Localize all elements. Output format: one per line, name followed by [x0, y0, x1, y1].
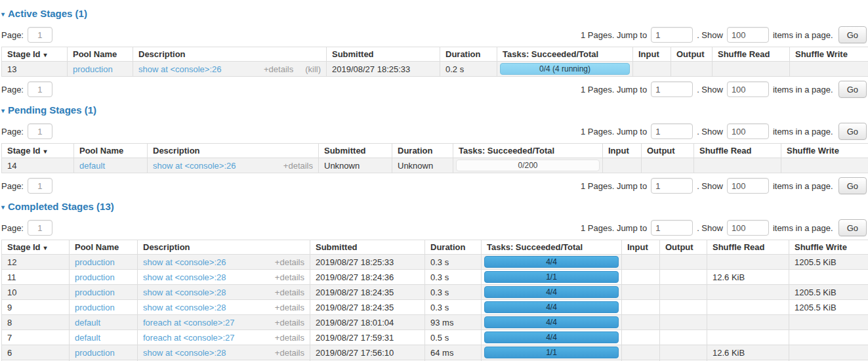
collapse-arrow-icon: ▾ — [1, 203, 5, 211]
column-header-shuffle-read[interactable]: Shuffle Read — [713, 47, 790, 62]
description-link[interactable]: foreach at <console>:27 — [143, 333, 235, 343]
page-number-input[interactable] — [28, 178, 52, 194]
items-per-page-input[interactable] — [727, 27, 769, 43]
description-link[interactable]: foreach at <console>:27 — [143, 318, 235, 328]
column-header-shuffle-write[interactable]: Shuffle Write — [789, 240, 868, 255]
column-header-duration[interactable]: Duration — [392, 144, 453, 158]
go-button[interactable]: Go — [838, 123, 867, 140]
column-header-stage-id[interactable]: Stage Id▾ — [2, 47, 68, 62]
column-header-pool-name[interactable]: Pool Name — [74, 144, 148, 158]
column-header-pool-name[interactable]: Pool Name — [68, 47, 133, 62]
input-cell — [622, 345, 660, 360]
description-link[interactable]: show at <console>:28 — [143, 272, 226, 282]
column-header-input[interactable]: Input — [603, 144, 642, 158]
column-header-shuffle-write[interactable]: Shuffle Write — [781, 144, 868, 158]
page-number-input[interactable] — [28, 27, 52, 43]
tasks-cell: 1/1 — [482, 270, 622, 285]
column-header-tasks-succeeded-total[interactable]: Tasks: Succeeded/Total — [453, 144, 603, 158]
description-link[interactable]: show at <console>:28 — [143, 348, 226, 358]
input-cell — [603, 158, 642, 173]
pool-name-link[interactable]: production — [75, 272, 115, 282]
column-header-description[interactable]: Description — [148, 144, 319, 158]
go-button[interactable]: Go — [838, 177, 867, 194]
description-link[interactable]: show at <console>:26 — [143, 257, 226, 267]
column-header-description[interactable]: Description — [133, 47, 327, 62]
pool-name-link[interactable]: production — [75, 287, 115, 297]
column-header-input[interactable]: Input — [622, 240, 660, 255]
description-cell: show at <console>:28+details — [138, 285, 310, 300]
stage-row: 8defaultforeach at <console>:27+details2… — [2, 315, 868, 330]
section-header-pending-stages[interactable]: ▾Pending Stages (1) — [1, 104, 867, 116]
section-header-completed-stages[interactable]: ▾Completed Stages (13) — [1, 201, 867, 212]
jump-to-page-input[interactable] — [651, 123, 693, 139]
items-per-page-input[interactable] — [727, 220, 769, 236]
items-per-page-input[interactable] — [727, 123, 769, 139]
column-header-duration[interactable]: Duration — [440, 47, 497, 62]
description-link[interactable]: show at <console>:28 — [143, 303, 226, 312]
details-link[interactable]: +details — [275, 348, 304, 358]
description-link[interactable]: show at <console>:26 — [153, 161, 236, 171]
page-number-input[interactable] — [28, 81, 52, 97]
output-cell — [660, 300, 707, 315]
details-link[interactable]: +details — [275, 303, 304, 312]
page-number-input[interactable] — [28, 220, 52, 236]
column-header-submitted[interactable]: Submitted — [327, 47, 440, 62]
column-header-tasks-succeeded-total[interactable]: Tasks: Succeeded/Total — [482, 240, 622, 255]
column-header-description[interactable]: Description — [138, 240, 310, 255]
pool-name-link[interactable]: default — [79, 161, 105, 171]
column-header-output[interactable]: Output — [671, 47, 713, 62]
go-button[interactable]: Go — [838, 81, 867, 98]
jump-to-page-input[interactable] — [651, 27, 693, 43]
column-header-submitted[interactable]: Submitted — [319, 144, 392, 158]
pool-name-link[interactable]: default — [75, 318, 100, 328]
description-link[interactable]: show at <console>:28 — [143, 287, 226, 297]
shuffle-write-cell — [789, 330, 868, 345]
pool-name-link[interactable]: production — [75, 257, 115, 267]
column-header-stage-id[interactable]: Stage Id▾ — [2, 240, 70, 255]
items-suffix: items in a page. — [773, 85, 833, 95]
description-link[interactable]: show at <console>:26 — [138, 64, 221, 74]
progress-label: 1/1 — [546, 349, 557, 356]
column-header-shuffle-read[interactable]: Shuffle Read — [694, 144, 781, 158]
column-header-tasks-succeeded-total[interactable]: Tasks: Succeeded/Total — [497, 47, 633, 62]
column-header-shuffle-read[interactable]: Shuffle Read — [707, 240, 789, 255]
pool-name-link[interactable]: default — [75, 333, 100, 343]
jump-to-page-input[interactable] — [651, 178, 693, 194]
details-link[interactable]: +details — [264, 64, 293, 74]
tasks-cell: 1/1 — [482, 345, 622, 360]
items-per-page-input[interactable] — [727, 178, 769, 194]
table-header-row: Stage Id▾Pool NameDescriptionSubmittedDu… — [2, 240, 868, 255]
column-header-pool-name[interactable]: Pool Name — [70, 240, 138, 255]
column-header-shuffle-write[interactable]: Shuffle Write — [790, 47, 868, 62]
items-per-page-input[interactable] — [727, 81, 769, 97]
column-header-duration[interactable]: Duration — [425, 240, 482, 255]
jump-to-page-input[interactable] — [651, 81, 693, 97]
description-actions: +details(kill) — [264, 64, 321, 74]
details-link[interactable]: +details — [275, 257, 304, 267]
column-header-input[interactable]: Input — [633, 47, 671, 62]
pool-name-link[interactable]: production — [75, 303, 115, 312]
column-header-output[interactable]: Output — [642, 144, 694, 158]
kill-link[interactable]: (kill) — [305, 64, 321, 74]
details-link[interactable]: +details — [275, 333, 304, 343]
section-header-active-stages[interactable]: ▾Active Stages (1) — [1, 8, 867, 19]
pool-name-link[interactable]: production — [75, 348, 115, 358]
go-button[interactable]: Go — [838, 219, 867, 236]
stage-id-cell: 14 — [2, 158, 74, 173]
details-link[interactable]: +details — [283, 161, 313, 171]
column-header-submitted[interactable]: Submitted — [310, 240, 425, 255]
description-wrap: show at <console>:28+details — [143, 348, 304, 358]
column-header-stage-id[interactable]: Stage Id▾ — [2, 144, 74, 158]
jump-to-page-input[interactable] — [651, 220, 693, 236]
shuffle-write-cell — [781, 158, 868, 173]
details-link[interactable]: +details — [275, 287, 304, 297]
details-link[interactable]: +details — [275, 318, 304, 328]
tasks-cell: 0/200 — [453, 158, 603, 173]
tasks-progress-bar: 1/1 — [484, 347, 619, 358]
pool-name-link[interactable]: production — [73, 64, 113, 74]
description-wrap: show at <console>:26+details(kill) — [138, 64, 321, 74]
details-link[interactable]: +details — [275, 272, 304, 282]
column-header-output[interactable]: Output — [660, 240, 707, 255]
go-button[interactable]: Go — [838, 26, 867, 43]
page-number-input[interactable] — [28, 123, 52, 139]
